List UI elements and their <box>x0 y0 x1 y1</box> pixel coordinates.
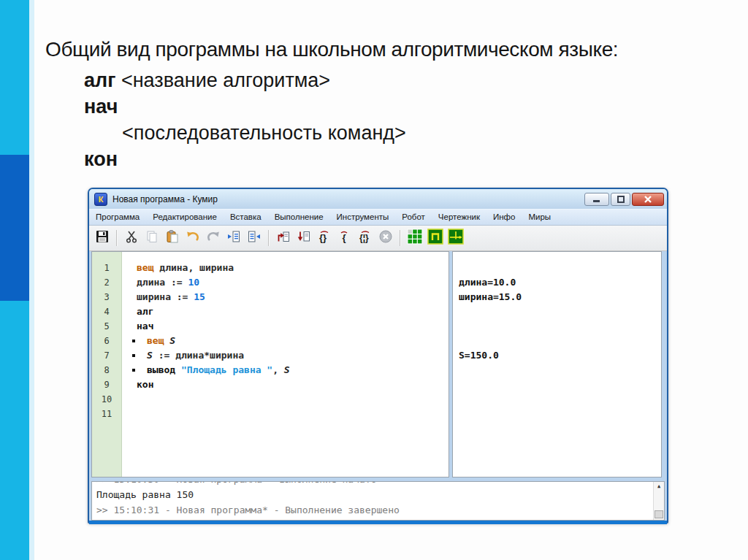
step-down-icon <box>297 229 311 247</box>
code-tokens: вещ S <box>137 334 175 348</box>
statement-bullet <box>122 334 137 348</box>
snippet-line: кон <box>84 146 406 172</box>
code-editor-pane[interactable]: 1234567891011 вещ длина, ширинадлина := … <box>91 251 449 477</box>
console-scrollbar[interactable]: ▲ <box>653 482 664 520</box>
menu-item-2[interactable]: Вставка <box>224 210 268 225</box>
stop-icon <box>378 229 393 247</box>
indent-button[interactable] <box>224 229 243 248</box>
minimize-button[interactable] <box>584 193 609 206</box>
line-number: 5 <box>92 319 121 334</box>
code-tokens: S := длина*ширина <box>137 348 244 363</box>
drawer-window-icon <box>427 229 443 248</box>
snippet-line: <последовательность команд> <box>84 120 406 146</box>
menu-item-4[interactable]: Инструменты <box>330 210 396 225</box>
undo-icon <box>185 229 201 247</box>
svg-text:{¦}: {¦} <box>359 233 369 243</box>
stop-button[interactable] <box>376 229 395 248</box>
console-lines: >> 15:10:30 - Новая программа - Выполнен… <box>92 481 664 518</box>
code-tokens: вывод "Площадь равна ", S <box>137 363 290 377</box>
menu-item-8[interactable]: Миры <box>522 210 557 225</box>
kumir-window: К Новая программа - Кумир ПрограммаРедак… <box>88 188 668 523</box>
code-tokens: алг <box>137 304 153 319</box>
code-tokens: ширина := 15 <box>137 290 205 304</box>
menu-item-1[interactable]: Редактирование <box>146 210 224 225</box>
watch-value: ширина=15.0 <box>459 290 522 304</box>
redo-button[interactable] <box>204 229 223 248</box>
lead-space <box>122 392 137 407</box>
menu-item-6[interactable]: Чертежник <box>432 210 486 225</box>
output-console: >> 15:10:30 - Новая программа - Выполнен… <box>91 481 665 521</box>
outdent-button[interactable] <box>245 229 264 248</box>
maximize-button[interactable] <box>611 193 630 206</box>
kumir-app-icon: К <box>94 193 107 206</box>
lead-space <box>122 275 137 290</box>
menu-item-3[interactable]: Выполнение <box>268 210 330 225</box>
slide-code-snippet: алг <название алгоритма>нач<последовател… <box>84 67 406 172</box>
svg-text:{: { <box>343 232 346 243</box>
line-number: 4 <box>92 304 121 319</box>
robot-field-window-button[interactable] <box>405 229 424 248</box>
step-braces-icon: {¦} <box>357 229 373 247</box>
console-line: >> 15:10:31 - Новая программа* - Выполне… <box>96 502 652 518</box>
line-number: 11 <box>92 407 121 421</box>
toolbar: {}{{¦} <box>89 225 667 251</box>
minimize-icon <box>592 193 601 206</box>
scroll-up-arrow-icon[interactable]: ▲ <box>654 483 664 489</box>
code-tokens: нач <box>137 319 153 334</box>
insert-brace-button[interactable]: { <box>335 229 354 248</box>
code-line: вещ S <box>122 334 449 348</box>
copy-button[interactable] <box>142 229 161 248</box>
line-number: 9 <box>92 377 121 392</box>
main-area: 1234567891011 вещ длина, ширинадлина := … <box>91 251 665 477</box>
plot-window-icon <box>448 229 464 248</box>
insert-braces-button[interactable]: {} <box>315 229 334 248</box>
insert-brace-icon: { <box>338 229 351 247</box>
window-bottom-edge <box>89 521 667 524</box>
step-down-button[interactable] <box>294 229 313 248</box>
code-tokens: вещ длина, ширина <box>137 261 234 275</box>
robot-field-window-icon <box>407 229 423 248</box>
indent-icon <box>226 229 241 247</box>
menu-item-0[interactable]: Программа <box>89 210 146 225</box>
step-into-button[interactable] <box>274 229 293 248</box>
sidebar-stripe-dark-blue <box>0 155 29 301</box>
cut-icon <box>124 229 139 247</box>
window-titlebar[interactable]: К Новая программа - Кумир <box>89 189 667 209</box>
sidebar-stripe-pale <box>29 0 34 560</box>
code-tokens: длина := 10 <box>137 275 199 290</box>
menu-item-7[interactable]: Инфо <box>486 210 522 225</box>
line-number-gutter: 1234567891011 <box>92 252 122 477</box>
step-braces-button[interactable]: {¦} <box>356 229 375 248</box>
paste-icon <box>165 229 180 247</box>
watch-value: S=150.0 <box>459 348 499 363</box>
code-line: алг <box>122 304 449 319</box>
lead-space <box>122 290 137 304</box>
snippet-line: алг <название алгоритма> <box>84 67 406 93</box>
svg-text:{}: {} <box>319 232 327 243</box>
statement-bullet <box>122 348 137 363</box>
scrollbar-thumb[interactable] <box>654 510 663 518</box>
lead-space <box>122 407 137 421</box>
menu-item-5[interactable]: Робот <box>395 210 432 225</box>
drawer-window-button[interactable] <box>426 229 445 248</box>
close-button[interactable] <box>632 193 664 206</box>
code-line: S := длина*ширина <box>122 348 449 363</box>
line-number: 7 <box>92 348 121 363</box>
save-button[interactable] <box>93 229 112 248</box>
watch-value: длина=10.0 <box>459 275 516 290</box>
close-icon <box>644 193 652 206</box>
plot-window-button[interactable] <box>446 229 465 248</box>
code-line: ширина := 15 <box>122 290 449 304</box>
undo-button[interactable] <box>183 229 202 248</box>
code-line <box>122 392 449 407</box>
code-area[interactable]: вещ длина, ширинадлина := 10ширина := 15… <box>122 252 449 477</box>
save-icon <box>95 229 110 247</box>
cut-button[interactable] <box>122 229 141 248</box>
statement-bullet <box>122 363 137 377</box>
code-line: длина := 10 <box>122 275 449 290</box>
lead-space <box>122 261 137 275</box>
console-line: >> 15:10:30 - Новая программа - Выполнен… <box>96 481 652 487</box>
line-number: 6 <box>92 334 121 348</box>
paste-button[interactable] <box>163 229 182 248</box>
code-line: вывод "Площадь равна ", S <box>122 363 449 377</box>
